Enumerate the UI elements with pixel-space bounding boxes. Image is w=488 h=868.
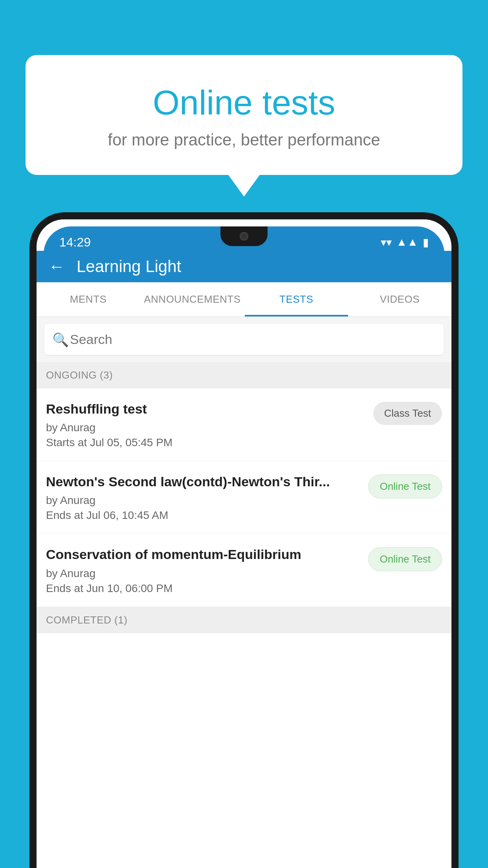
test-info: Newton's Second law(contd)-Newton's Thir… [46, 473, 362, 522]
status-bar: 14:29 ▾▾ ▲▲ ▮ [44, 226, 444, 258]
test-item[interactable]: Newton's Second law(contd)-Newton's Thir… [37, 461, 451, 534]
app-title: Learning Light [77, 257, 181, 276]
phone-notch [220, 226, 268, 246]
test-time: Starts at Jul 05, 05:45 PM [46, 436, 367, 449]
tab-announcements[interactable]: ANNOUNCEMENTS [140, 282, 244, 316]
test-time: Ends at Jun 10, 06:00 PM [46, 582, 362, 595]
signal-icon: ▲▲ [396, 236, 418, 248]
ongoing-header: ONGOING (3) [37, 362, 451, 388]
camera [240, 232, 248, 241]
bubble-title: Online tests [49, 83, 439, 123]
wifi-icon: ▾▾ [381, 236, 392, 249]
search-wrapper: 🔍 [44, 324, 444, 355]
test-name: Reshuffling test [46, 400, 367, 417]
speech-bubble-container: Online tests for more practice, better p… [26, 55, 462, 175]
test-time: Ends at Jul 06, 10:45 AM [46, 509, 362, 522]
test-badge-online: Online Test [368, 547, 442, 571]
status-icons: ▾▾ ▲▲ ▮ [381, 236, 429, 249]
search-container: 🔍 [37, 317, 451, 362]
test-info: Conservation of momentum-Equilibrium by … [46, 546, 362, 594]
search-icon: 🔍 [52, 332, 69, 348]
tabs-bar: MENTS ANNOUNCEMENTS TESTS VIDEOS [37, 282, 451, 317]
speech-bubble: Online tests for more practice, better p… [26, 55, 462, 175]
completed-header: COMPLETED (1) [37, 607, 451, 633]
tab-videos[interactable]: VIDEOS [348, 282, 451, 316]
bubble-subtitle: for more practice, better performance [49, 131, 439, 149]
tests-list: ONGOING (3) Reshuffling test by Anurag S… [37, 362, 451, 868]
test-item[interactable]: Reshuffling test by Anurag Starts at Jul… [37, 388, 451, 461]
test-badge-class: Class Test [373, 402, 442, 425]
test-info: Reshuffling test by Anurag Starts at Jul… [46, 400, 367, 449]
test-author: by Anurag [46, 421, 367, 434]
test-item[interactable]: Conservation of momentum-Equilibrium by … [37, 534, 451, 607]
test-badge-online: Online Test [368, 474, 442, 498]
test-name: Conservation of momentum-Equilibrium [46, 546, 362, 563]
phone-screen: 14:29 ▾▾ ▲▲ ▮ ← Learning Light MENTS ANN… [37, 219, 451, 868]
tab-ments[interactable]: MENTS [37, 282, 140, 316]
test-author: by Anurag [46, 567, 362, 580]
back-button[interactable]: ← [48, 257, 65, 276]
battery-icon: ▮ [423, 236, 429, 249]
status-time: 14:29 [59, 235, 91, 250]
test-author: by Anurag [46, 494, 362, 507]
tab-tests[interactable]: TESTS [245, 282, 348, 316]
phone-frame: 14:29 ▾▾ ▲▲ ▮ ← Learning Light MENTS ANN… [29, 212, 459, 868]
test-name: Newton's Second law(contd)-Newton's Thir… [46, 473, 362, 490]
search-input[interactable] [44, 324, 444, 355]
